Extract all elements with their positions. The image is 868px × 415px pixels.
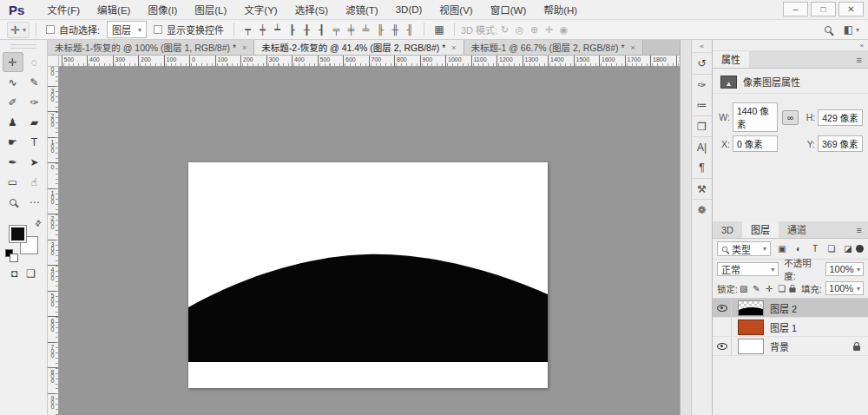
auto-select-target-dropdown[interactable]: 图层 ▾: [107, 21, 147, 38]
current-tool-preset[interactable]: ✛ ▾: [7, 22, 30, 38]
close-tab-icon[interactable]: ×: [242, 43, 247, 52]
lock-image-pixels-icon[interactable]: ✎: [753, 284, 760, 293]
align-right-icon[interactable]: ┨: [314, 24, 329, 36]
align-bottom-icon[interactable]: ┷: [270, 24, 285, 36]
move-tool[interactable]: ✛: [3, 52, 23, 72]
y-field[interactable]: 369 像素: [818, 135, 863, 152]
auto-select-checkbox[interactable]: [46, 25, 55, 34]
align-top-icon[interactable]: ┯: [240, 24, 255, 36]
panel-menu-icon[interactable]: ≡: [851, 51, 868, 68]
edit-toolbar-button[interactable]: ⋯: [24, 192, 45, 212]
menu-item-滤镜T[interactable]: 滤镜(T): [337, 3, 387, 16]
distribute-horizontal-center-icon[interactable]: ╫: [388, 24, 403, 35]
path-selection-tool[interactable]: ➤: [24, 152, 45, 172]
align-vertical-center-icon[interactable]: ┿: [255, 24, 270, 36]
hand-tool[interactable]: ☝: [24, 172, 45, 192]
filter-type-layers-icon[interactable]: T: [809, 244, 821, 254]
close-tab-icon[interactable]: ×: [451, 43, 456, 52]
menu-item-3DD[interactable]: 3D(D): [387, 4, 431, 15]
distribute-bottom-icon[interactable]: ╧: [358, 24, 373, 35]
tab-properties[interactable]: 属性: [713, 51, 749, 68]
x-field[interactable]: 0 像素: [733, 135, 778, 152]
swap-colors-icon[interactable]: ⇄: [33, 218, 43, 228]
libraries-panel-icon[interactable]: ❁: [693, 199, 712, 220]
tool-presets-panel-icon[interactable]: ⚒: [693, 178, 712, 199]
smudge-tool[interactable]: ☛: [3, 132, 23, 152]
visibility-toggle[interactable]: [713, 299, 732, 317]
expand-panels-icon[interactable]: «: [692, 40, 712, 53]
lock-artboard-icon[interactable]: ❏: [778, 284, 786, 293]
opacity-dropdown[interactable]: 100% ▾: [825, 262, 864, 276]
tab-3D[interactable]: 3D: [713, 221, 742, 238]
character-panel-icon[interactable]: A|: [693, 136, 712, 157]
document-canvas[interactable]: [188, 162, 548, 388]
tab-图层[interactable]: 图层: [742, 221, 779, 238]
layer-thumbnail[interactable]: [738, 319, 764, 335]
foreground-color-swatch[interactable]: [10, 226, 26, 242]
history-panel-icon[interactable]: ↺: [693, 53, 712, 74]
clone-stamp-tool[interactable]: ♟: [3, 112, 23, 132]
quick-selection-tool[interactable]: ✎: [24, 72, 45, 92]
height-field[interactable]: 429 像素: [818, 109, 863, 126]
distribute-vertical-center-icon[interactable]: ╪: [344, 24, 358, 35]
visibility-toggle[interactable]: [713, 318, 732, 336]
lock-all-icon[interactable]: [790, 287, 796, 292]
default-colors-icon[interactable]: [5, 249, 13, 257]
document-tab[interactable]: 未标题-1-恢复的 @ 100% (图层 1, RGB/8#) *×: [48, 40, 254, 55]
brush-settings-panel-icon[interactable]: ✑: [693, 74, 712, 95]
elliptical-marquee-tool[interactable]: ◌: [24, 52, 45, 72]
toolbar-grip[interactable]: [10, 44, 36, 49]
menu-item-选择S[interactable]: 选择(S): [286, 3, 337, 16]
canvas-area[interactable]: 5004003002001000100200300400500600700800…: [48, 56, 680, 415]
layer-thumbnail[interactable]: [738, 339, 764, 354]
width-field[interactable]: 1440 像素: [733, 102, 778, 132]
visibility-toggle[interactable]: [713, 337, 732, 355]
maximize-button[interactable]: □: [811, 2, 836, 16]
close-tab-icon[interactable]: ×: [631, 43, 635, 52]
quick-mask-icon[interactable]: ◘: [11, 267, 17, 280]
close-button[interactable]: ✕: [838, 2, 864, 16]
layer-row[interactable]: 背景: [713, 337, 868, 356]
search-icon[interactable]: [825, 26, 832, 33]
clone-source-panel-icon[interactable]: ❐: [693, 115, 712, 136]
layer-row[interactable]: 图层 1: [713, 318, 868, 337]
document-tab[interactable]: 未标题-2-恢复的 @ 41.4% (图层 2, RGB/8#) *×: [254, 40, 464, 55]
minimize-button[interactable]: –: [783, 2, 808, 16]
menu-item-帮助H[interactable]: 帮助(H): [535, 3, 586, 16]
filter-toggle-icon[interactable]: [856, 245, 864, 253]
workspace-switcher-icon[interactable]: ◧: [844, 23, 853, 36]
layer-filter-type-dropdown[interactable]: 类型 ▾: [717, 241, 771, 256]
distribute-left-icon[interactable]: ╟: [373, 24, 388, 35]
menu-item-编辑E[interactable]: 编辑(E): [89, 3, 139, 16]
align-distribute-settings-icon[interactable]: ▦: [431, 23, 448, 36]
filter-pixel-layers-icon[interactable]: ▣: [776, 244, 788, 254]
tab-通道[interactable]: 通道: [779, 221, 815, 238]
lasso-tool[interactable]: ∿: [3, 72, 23, 92]
filter-smart-objects-icon[interactable]: ◪: [842, 244, 854, 254]
lock-transparent-pixels-icon[interactable]: ▨: [740, 284, 747, 293]
menu-item-图层L[interactable]: 图层(L): [186, 3, 235, 16]
show-transform-checkbox[interactable]: [154, 25, 162, 34]
lock-position-icon[interactable]: ✛: [766, 284, 773, 293]
menu-item-视图V[interactable]: 视图(V): [431, 3, 481, 16]
align-horizontal-center-icon[interactable]: ╂: [299, 24, 314, 36]
blend-mode-dropdown[interactable]: 正常 ▾: [717, 262, 779, 276]
type-tool[interactable]: T: [24, 132, 45, 152]
distribute-top-icon[interactable]: ╤: [329, 24, 344, 35]
align-left-icon[interactable]: ┠: [285, 24, 299, 36]
paragraph-panel-icon[interactable]: ¶: [693, 157, 712, 178]
layer-row[interactable]: 图层 2: [713, 299, 868, 318]
menu-item-窗口W[interactable]: 窗口(W): [482, 3, 536, 16]
fill-dropdown[interactable]: 100% ▾: [825, 281, 864, 295]
document-tab[interactable]: 未标题-1 @ 66.7% (图层 2, RGB/8#) *×: [464, 40, 643, 55]
collapse-panels-icon[interactable]: »: [860, 42, 864, 49]
zoom-tool[interactable]: [3, 192, 23, 212]
screen-mode-icon[interactable]: ❑: [26, 267, 36, 280]
distribute-right-icon[interactable]: ╢: [403, 24, 418, 35]
pen-tool[interactable]: ✒: [3, 152, 23, 172]
constrain-proportions-link-icon[interactable]: ∞: [782, 110, 799, 125]
eraser-tool[interactable]: ▰: [24, 112, 45, 132]
filter-shape-layers-icon[interactable]: ❏: [825, 244, 838, 254]
menu-item-文字Y[interactable]: 文字(Y): [235, 3, 286, 16]
rectangle-tool[interactable]: ▭: [3, 172, 23, 192]
